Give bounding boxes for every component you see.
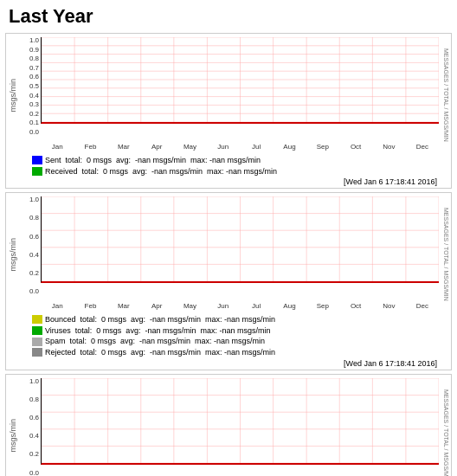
legend-color-0 xyxy=(32,156,42,164)
x-label: Sep xyxy=(306,143,339,153)
legend-color-2 xyxy=(32,338,42,346)
x-label: Aug xyxy=(273,143,306,153)
x-label: Mar xyxy=(107,302,140,312)
y-tick: 0.1 xyxy=(18,119,39,126)
right-axis-label: MESSAGES / TOTAL / MSGS/MIN xyxy=(439,48,449,142)
y-tick: 0.6 xyxy=(18,234,39,241)
y-tick: 0.5 xyxy=(18,83,39,90)
x-axis: JanFebMarAprMayJunJulAugSepOctNovDec xyxy=(41,141,439,153)
chart-grid xyxy=(41,37,439,124)
legend-row-2: Spam total: 0 msgs avg: -nan msgs/min ma… xyxy=(32,336,449,347)
legend-color-0 xyxy=(32,315,42,324)
right-axis-label: MESSAGES / TOTAL / MSGS/MIN xyxy=(439,208,449,301)
y-tick: 0.2 xyxy=(18,451,39,458)
chart-section-2: msgs/min 1.00.80.60.40.20.0 JanFebMarApr… xyxy=(5,192,452,370)
chart-grid xyxy=(41,378,439,465)
x-label: Jan xyxy=(41,143,74,153)
y-tick: 0.2 xyxy=(18,270,39,277)
x-label: Dec xyxy=(406,143,439,153)
y-tick: 0.4 xyxy=(18,252,39,259)
x-label: Feb xyxy=(74,302,106,312)
x-label: May xyxy=(173,143,206,153)
timestamp: [Wed Jan 6 17:18:41 2016] xyxy=(32,359,449,368)
x-label: Jan xyxy=(41,302,74,312)
x-label: May xyxy=(173,302,206,312)
legend-row-0: Sent total: 0 msgs avg: -nan msgs/min ma… xyxy=(32,155,449,166)
x-label: Dec xyxy=(406,302,439,312)
y-tick: 0.8 xyxy=(18,55,39,62)
right-axis-label: MESSAGES / TOTAL / MSGS/MIN xyxy=(439,389,449,476)
x-label: Nov xyxy=(372,143,405,153)
y-axis: 1.00.80.60.40.20.0 xyxy=(18,196,41,295)
y-tick: 1.0 xyxy=(18,378,39,385)
legend-label-3: Rejected total: 0 msgs avg: -nan msgs/mi… xyxy=(45,347,275,358)
legend-color-1 xyxy=(32,167,42,176)
legend: Bounced total: 0 msgs avg: -nan msgs/min… xyxy=(32,314,449,367)
x-label: Apr xyxy=(140,302,173,312)
y-tick: 0.4 xyxy=(18,433,39,440)
chart-section-1: msgs/min 1.00.90.80.70.60.50.40.30.20.10… xyxy=(5,33,452,189)
y-tick: 0.8 xyxy=(18,215,39,222)
x-label: Oct xyxy=(339,302,372,312)
legend-label-0: Sent total: 0 msgs avg: -nan msgs/min ma… xyxy=(45,155,261,166)
legend-label-1: Viruses total: 0 msgs avg: -nan msgs/min… xyxy=(45,325,270,337)
timestamp: [Wed Jan 6 17:18:41 2016] xyxy=(32,177,449,186)
x-axis: JanFebMarAprMayJunJulAugSepOctNovDec xyxy=(41,300,439,312)
x-label: Aug xyxy=(273,302,306,312)
x-label: Sep xyxy=(306,302,339,312)
legend-color-1 xyxy=(32,326,42,335)
y-tick: 0.6 xyxy=(18,74,39,80)
legend: Sent total: 0 msgs avg: -nan msgs/min ma… xyxy=(32,155,449,186)
x-label: Apr xyxy=(140,143,173,153)
x-label: Jun xyxy=(207,143,240,153)
x-label: Jun xyxy=(207,302,240,312)
legend-row-1: Viruses total: 0 msgs avg: -nan msgs/min… xyxy=(32,325,449,337)
x-label: Oct xyxy=(339,143,372,153)
legend-color-3 xyxy=(32,348,42,357)
y-tick: 0.8 xyxy=(18,396,39,403)
y-tick: 1.0 xyxy=(18,37,39,44)
y-tick: 1.0 xyxy=(18,196,39,203)
y-tick: 0.7 xyxy=(18,65,39,72)
y-tick: 0.9 xyxy=(18,47,39,54)
x-label: Feb xyxy=(74,143,106,153)
y-axis-label: msgs/min xyxy=(8,79,18,113)
chart-grid xyxy=(41,196,439,283)
legend-label-1: Received total: 0 msgs avg: -nan msgs/mi… xyxy=(45,166,277,177)
y-axis-label: msgs/min xyxy=(8,238,18,272)
x-label: Nov xyxy=(372,302,405,312)
y-tick: 0.0 xyxy=(18,288,39,295)
x-label: Jul xyxy=(240,302,273,312)
x-label: Mar xyxy=(107,143,140,153)
y-tick: 0.0 xyxy=(18,470,39,477)
y-tick: 0.6 xyxy=(18,415,39,421)
y-tick: 0.3 xyxy=(18,101,39,108)
y-tick: 0.4 xyxy=(18,93,39,100)
legend-row-1: Received total: 0 msgs avg: -nan msgs/mi… xyxy=(32,166,449,177)
y-axis: 1.00.80.60.40.20.0 xyxy=(18,378,41,476)
legend-row-3: Rejected total: 0 msgs avg: -nan msgs/mi… xyxy=(32,347,449,358)
legend-label-2: Spam total: 0 msgs avg: -nan msgs/min ma… xyxy=(45,336,265,347)
page-title: Last Year xyxy=(0,0,457,31)
legend-label-0: Bounced total: 0 msgs avg: -nan msgs/min… xyxy=(45,314,275,325)
x-label: Jul xyxy=(240,143,273,153)
y-tick: 0.0 xyxy=(18,129,39,136)
y-tick: 0.2 xyxy=(18,111,39,118)
chart-section-3: msgs/min 1.00.80.60.40.20.0 JanFebMarApr… xyxy=(5,374,452,476)
y-axis-label: msgs/min xyxy=(8,419,18,453)
legend-row-0: Bounced total: 0 msgs avg: -nan msgs/min… xyxy=(32,314,449,325)
y-axis: 1.00.90.80.70.60.50.40.30.20.10.0 xyxy=(18,37,41,136)
